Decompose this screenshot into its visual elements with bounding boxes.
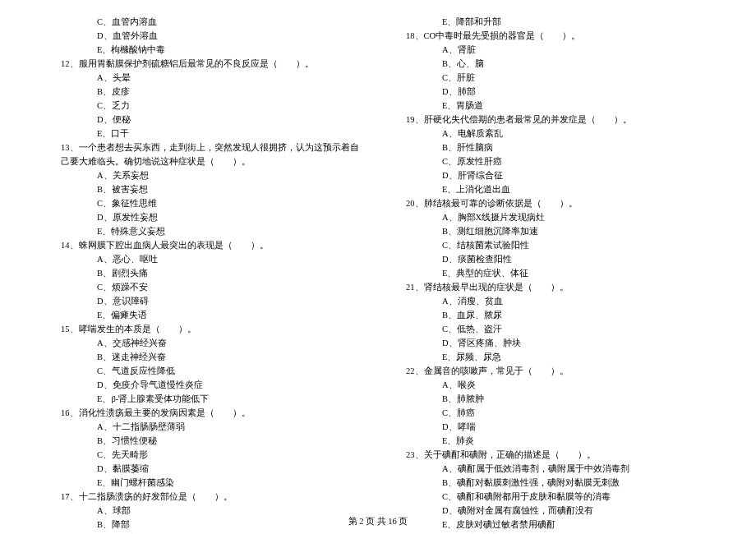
right-option: C、低热、盗汗	[394, 322, 707, 336]
right-option: A、肾脏	[394, 43, 707, 57]
right-option: A、胸部X线摄片发现病灶	[394, 210, 707, 224]
right-option: A、喉炎	[394, 378, 707, 392]
left-pre-opt: D、血管外溶血	[49, 29, 362, 43]
left-option: E、β-肾上腺素受体功能低下	[49, 392, 362, 406]
right-option: D、肝肾综合征	[394, 168, 707, 182]
left-option: B、剧烈头痛	[49, 266, 362, 280]
right-option: B、测红细胞沉降率加速	[394, 224, 707, 238]
right-option: D、肺部	[394, 85, 707, 99]
left-option: E、偏瘫失语	[49, 308, 362, 322]
right-option: C、肺癌	[394, 406, 707, 420]
right-option: C、结核菌素试验阳性	[394, 238, 707, 252]
left-question-stem: 12、服用胃黏膜保护剂硫糖铝后最常见的不良反应是（ ）。	[49, 57, 362, 71]
left-question-stem: 14、蛛网膜下腔出血病人最突出的表现是（ ）。	[49, 238, 362, 252]
left-option: C、气道反应性降低	[49, 364, 362, 378]
left-option: E、特殊意义妄想	[49, 224, 362, 238]
right-option: A、碘酊属于低效消毒剂，碘附属于中效消毒剂	[394, 462, 707, 476]
right-option: E、胃肠道	[394, 99, 707, 113]
left-option: C、乏力	[49, 99, 362, 113]
left-option: D、意识障碍	[49, 294, 362, 308]
left-option: B、皮疹	[49, 85, 362, 99]
right-question-stem: 19、肝硬化失代偿期的患者最常见的并发症是（ ）。	[394, 113, 707, 127]
right-option: E、尿频、尿急	[394, 350, 707, 364]
left-option: A、关系妄想	[49, 168, 362, 182]
right-question-stem: 23、关于碘酊和碘附，正确的描述是（ ）。	[394, 448, 707, 462]
right-option: E、上消化道出血	[394, 182, 707, 196]
right-option: B、心、脑	[394, 57, 707, 71]
left-option: E、幽门螺杆菌感染	[49, 476, 362, 490]
left-option: A、头晕	[49, 71, 362, 85]
right-option: C、肝脏	[394, 71, 707, 85]
left-pre-opt: E、枸橼酸钠中毒	[49, 43, 362, 57]
right-option: E、典型的症状、体征	[394, 266, 707, 280]
right-option: B、肺脓肿	[394, 392, 707, 406]
left-question-stem: 13、一个患者想去买东西，走到街上，突然发现人很拥挤，认为这预示着自己要大难临头…	[49, 140, 362, 168]
right-question-stem: 22、金属音的咳嗽声，常见于（ ）。	[394, 364, 707, 378]
left-question-stem: 17、十二指肠溃疡的好发部位是（ ）。	[49, 490, 362, 504]
right-option: D、痰菌检查阳性	[394, 252, 707, 266]
right-option: E、肺炎	[394, 434, 707, 448]
left-option: D、便秘	[49, 113, 362, 127]
left-option: A、十二指肠肠壁薄弱	[49, 420, 362, 434]
right-option: D、哮喘	[394, 420, 707, 434]
right-question-stem: 20、肺结核最可靠的诊断依据是（ ）。	[394, 196, 707, 210]
left-question-stem: 15、哮喘发生的本质是（ ）。	[49, 322, 362, 336]
left-option: C、象征性思维	[49, 196, 362, 210]
left-option: D、免疫介导气道慢性炎症	[49, 378, 362, 392]
right-option: C、原发性肝癌	[394, 154, 707, 168]
left-option: B、迷走神经兴奋	[49, 350, 362, 364]
left-option: C、烦躁不安	[49, 280, 362, 294]
left-pre-opt: C、血管内溶血	[49, 15, 362, 29]
page-footer: 第 2 页 共 16 页	[0, 516, 756, 527]
right-pre-opt: E、降部和升部	[394, 15, 707, 29]
right-option: B、血尿、脓尿	[394, 308, 707, 322]
left-option: D、黏膜萎缩	[49, 462, 362, 476]
left-option: E、口干	[49, 127, 362, 140]
left-option: D、原发性妄想	[49, 210, 362, 224]
left-option: B、习惯性便秘	[49, 434, 362, 448]
right-option: B、碘酊对黏膜刺激性强，碘附对黏膜无刺激	[394, 476, 707, 490]
left-option: A、恶心、呕吐	[49, 252, 362, 266]
left-option: A、交感神经兴奋	[49, 336, 362, 350]
left-question-stem: 16、消化性溃疡最主要的发病因素是（ ）。	[49, 406, 362, 420]
left-option: C、先天畸形	[49, 448, 362, 462]
right-option: A、电解质紊乱	[394, 127, 707, 140]
right-question-stem: 21、肾结核最早出现的症状是（ ）。	[394, 280, 707, 294]
right-option: D、肾区疼痛、肿块	[394, 336, 707, 350]
right-option: B、肝性脑病	[394, 140, 707, 154]
right-question-stem: 18、CO中毒时最先受损的器官是（ ）。	[394, 29, 707, 43]
right-option: A、消瘦、贫血	[394, 294, 707, 308]
left-option: B、被害妄想	[49, 182, 362, 196]
right-option: C、碘酊和碘附都用于皮肤和黏膜等的消毒	[394, 490, 707, 504]
